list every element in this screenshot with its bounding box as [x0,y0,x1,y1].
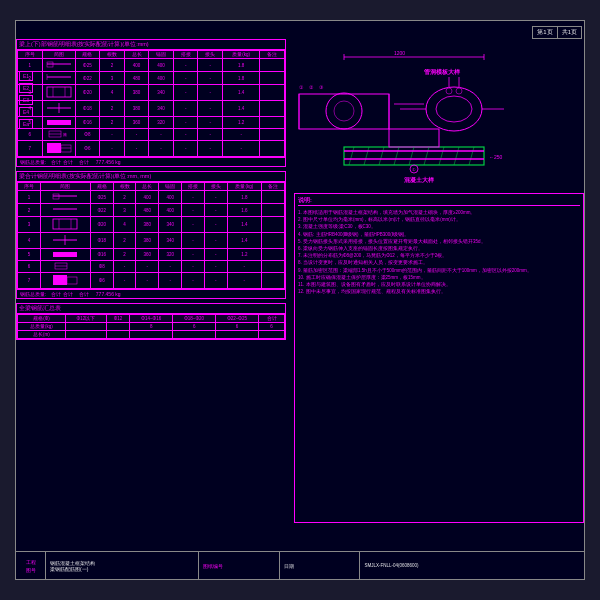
table-row: 1 Φ25 2 400 400 - - 1.8 [18,59,285,72]
note-1: 1. 本图纸适用于钢筋混凝土框架结构，填充墙为加气混凝土砌块，厚度≥200mm。 [298,209,580,216]
table1-summary: 钢筋总质量: 合计 合计 合计 777.456 kg [17,157,285,166]
svg-text:③: ③ [319,84,324,90]
total-pages-label: 共1页 [558,27,581,38]
svg-point-38 [426,87,482,131]
cad-section: ① ② ③ [294,39,584,579]
drawing-info: 梁钢筋配筋图(一) [50,566,194,572]
table-row: 4 Φ18 2 380 340 - - 1.4 [18,233,285,249]
svg-point-30 [326,93,362,129]
table-row: 6 Φ8 - - - - - - [18,261,285,273]
svg-line-57 [469,147,474,165]
page-info: SMJLX-FNLL-04(0608600) [364,563,580,568]
th-anchor: 锚固 [149,51,174,59]
th-mass: 质量(kg) [223,51,260,59]
svg-rect-9 [47,120,71,125]
table-row: 1 Φ25 2 400 400 - - 1.8 [18,191,285,204]
svg-line-53 [409,147,414,165]
svg-rect-29 [299,94,389,129]
title-bar: 第1页 共1页 [532,26,582,39]
th-joints: 接头 [198,51,223,59]
footer-label-2: 图号 [26,567,36,573]
footer-main: 钢筋混凝土框架结构 梁钢筋配筋图(一) 图纸编号 日期 SMJLX-FNLL-0… [46,552,584,579]
table2-container: 梁合计钢筋明细表(按实际配筋计算)(单位:mm, mm) 序号 简图 规格 根数… [16,171,286,299]
cad-diagram-svg: ① ② ③ [294,39,574,187]
th-seq: 序号 [18,51,43,59]
svg-text:箍: 箍 [63,132,67,137]
table2-title: 梁合计钢筋明细表(按实际配筋计算)(单位:mm, mm) [17,172,285,182]
svg-text:←250: ←250 [489,154,503,160]
note-7: 7. 未注明的分布筋为Φ8@200，马凳筋为Φ12，每平方米不少于2根。 [298,252,580,259]
note-6: 6. 梁纵向受力钢筋伸入支座的锚固长度按图集规定执行。 [298,245,580,252]
svg-point-44 [446,88,452,94]
table1-title: 梁上(下)部钢筋明细表(按实际配筋计算)(单位:mm) [17,40,285,50]
footer-bar: 工程 图号 钢筋混凝土框架结构 梁钢筋配筋图(一) 图纸编号 日期 SMJLX-… [16,551,584,579]
page-label: 第1页 [533,27,557,38]
footer-drawing-no: 图纸编号 [199,552,280,579]
table-row: 6 箍 Φ8 - - - [18,129,285,141]
note-4: 4. 钢筋: 主筋HRB400(Ⅲ级钢)，箍筋HPB300(Ⅰ级钢)。 [298,231,580,238]
drawing-area: 第1页 共1页 E1 E2 E3 E4 Ea 梁上(下)部钢筋明细表(按实际配筋… [15,20,585,580]
footer-label-1: 工程 [26,559,36,565]
svg-rect-27 [53,275,67,285]
table-row: 5 Φ16 2 360 320 - - 1.2 [18,117,285,129]
drawing-number: 图纸编号 [203,563,275,569]
date-label: 日期 [284,563,356,569]
table-row: 总质量(kg) 8 6 6 6 [18,323,285,331]
svg-rect-13 [47,143,61,153]
table-row: 7 Φ6 - - - - - - [18,273,285,289]
th-total-len: 总长 [124,51,149,59]
note-12: 12. 图中未尽事宜，均按国家现行规范、规程及有关标准图集执行。 [298,288,580,295]
th-overlap: 搭接 [173,51,198,59]
notes-title: 说明: [298,197,580,206]
note-3: 3. 混凝土强度等级:梁C30，板C30。 [298,223,580,230]
svg-text:①: ① [299,84,304,90]
th-note: 备注 [260,51,285,59]
table-row: 总长(m) [18,331,285,339]
svg-line-54 [424,147,429,165]
svg-line-51 [379,147,384,165]
svg-point-39 [436,96,472,122]
svg-point-31 [334,101,354,121]
svg-rect-28 [67,277,77,284]
footer-labels: 工程 图号 [16,552,46,579]
footer-page-info: SMJLX-FNLL-04(0608600) [360,552,584,579]
tables-section: 梁上(下)部钢筋明细表(按实际配筋计算)(单位:mm) 序号 简图 规格 根数 … [16,39,286,579]
outer-border: 第1页 共1页 E1 E2 E3 E4 Ea 梁上(下)部钢筋明细表(按实际配筋… [0,0,600,600]
svg-line-52 [394,147,399,165]
table2: 序号 简图 规格 根数 总长 锚固 搭接 接头 质量(kg) 备注 [17,182,285,289]
th-diagram: 简图 [42,51,75,59]
table2-summary: 钢筋总质量: 合计 合计 合计 777.456 kg [17,289,285,298]
note-8: 8. 当设计变更时，应及时通知相关人员，按变更要求施工。 [298,259,580,266]
svg-rect-14 [61,145,71,152]
table1-container: 梁上(下)部钢筋明细表(按实际配筋计算)(单位:mm) 序号 简图 规格 根数 … [16,39,286,167]
table-row: 4 Φ18 2 380 340 - [18,101,285,117]
svg-line-56 [454,147,459,165]
notes-section: 说明: 1. 本图纸适用于钢筋混凝土框架结构，填充墙为加气混凝土砌块，厚度≥20… [294,193,584,523]
table3-container: 全梁钢筋汇总表 规格(Φ) Φ12以下 Φ12 Φ14~Φ16 Φ18~Φ20 … [16,303,286,340]
th-count: 根数 [100,51,125,59]
note-5: 5. 受力钢筋接头形式采用搭接，接头位置应避开弯矩最大截面处，相邻接头错开35d… [298,238,580,245]
svg-line-49 [349,147,354,165]
note-11: 11. 本图与建筑图、设备图有矛盾时，应及时联系设计单位协商解决。 [298,281,580,288]
svg-text:1200: 1200 [394,50,405,56]
svg-rect-19 [53,219,77,229]
footer-project: 钢筋混凝土框架结构 梁钢筋配筋图(一) [46,552,199,579]
note-10: 10. 施工时应确保混凝土保护层厚度：梁25mm，板15mm。 [298,274,580,281]
note-2: 2. 图中尺寸单位均为毫米(mm)，标高以米(m)计，钢筋直径以毫米(mm)计。 [298,216,580,223]
svg-text:②: ② [309,84,314,90]
svg-line-55 [439,147,444,165]
svg-line-50 [364,147,369,165]
table-row: 2 Φ22 3 480 400 - - 1.8 [18,72,285,85]
svg-rect-4 [47,87,71,97]
svg-text:管洞模板大样: 管洞模板大样 [424,68,461,75]
svg-rect-24 [53,252,77,257]
svg-point-45 [456,88,462,94]
th-spec: 规格 [75,51,100,59]
svg-text:①: ① [412,167,416,172]
table-row: 3 Φ20 4 380 340 - - 1.4 [18,217,285,233]
diagram-top: ① ② ③ [294,39,584,189]
table-row: 2 Φ22 3 480 400 - - 1.6 [18,204,285,217]
note-9: 9. 箍筋加密区范围：梁端部1.5h且不小于500mm的范围内，箍筋间距不大于1… [298,267,580,274]
svg-rect-48 [389,129,439,147]
table3-title: 全梁钢筋汇总表 [17,304,285,314]
